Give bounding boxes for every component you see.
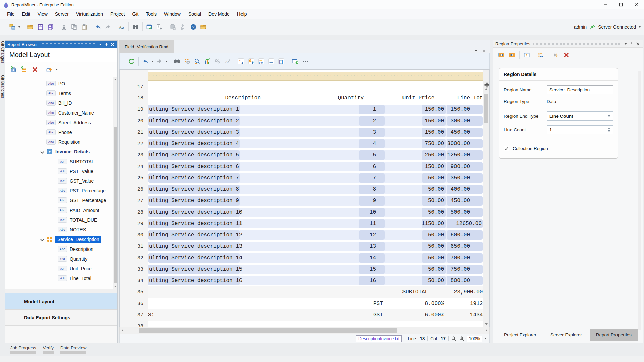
unit-price-region-cell[interactable]: 50.00 xyxy=(422,276,446,285)
source-file-link[interactable]: DescriptionInvoice.txt xyxy=(356,335,402,342)
zoom-out-icon[interactable] xyxy=(451,336,457,341)
description-region-cell[interactable]: ulting Service description 10 xyxy=(148,208,240,217)
region-end-type-select[interactable]: Line Count xyxy=(547,111,613,121)
pattern-search-button[interactable] xyxy=(192,56,202,66)
description-region-cell[interactable]: ulting Service description 1 xyxy=(148,105,240,114)
stepper-up-icon[interactable] xyxy=(608,128,610,129)
document-line-36[interactable]: PST8.000%1912.00 xyxy=(148,298,483,309)
vertical-scroll-thumb[interactable] xyxy=(484,94,488,123)
menu-view[interactable]: View xyxy=(34,10,51,18)
tree-item-unit_price[interactable]: #.#Unit_Price xyxy=(5,264,117,273)
document-line-32[interactable]: ulting Service description 141450.00700.… xyxy=(148,252,483,264)
panel-drag-dots[interactable] xyxy=(533,43,620,45)
scroll-down-icon[interactable] xyxy=(485,323,488,325)
auto-create-fields-button[interactable] xyxy=(182,56,192,66)
collection-region-checkbox[interactable] xyxy=(504,146,509,151)
menu-tools[interactable]: Tools xyxy=(142,10,160,18)
quantity-region-cell[interactable]: 12 xyxy=(359,230,385,240)
panel-menu-icon[interactable] xyxy=(97,41,103,47)
bottom-tab-job-progress[interactable]: Job Progress xyxy=(10,345,36,356)
bottom-tab-data-preview[interactable]: Data Preview xyxy=(60,345,86,356)
unit-price-region-cell[interactable]: 1150.00 xyxy=(422,219,446,228)
close-document-icon[interactable] xyxy=(482,49,486,53)
description-region-cell[interactable]: ulting Service description 7 xyxy=(148,173,240,183)
menu-file[interactable]: File xyxy=(3,10,18,18)
unit-price-region-cell[interactable]: 50.00 xyxy=(422,185,446,194)
toolbar-overflow-icon[interactable] xyxy=(639,26,641,28)
description-region-cell[interactable]: ulting Service description 9 xyxy=(148,196,240,206)
save-all-button[interactable] xyxy=(45,22,55,32)
line-total-region-cell[interactable]: 700.00 xyxy=(447,253,483,263)
document-line-21[interactable]: ulting Service description 33150.00450.0… xyxy=(148,127,483,138)
chevron-down-icon[interactable] xyxy=(39,149,44,154)
line-total-region-cell[interactable]: 3000.00 xyxy=(447,139,483,148)
split-view-handle[interactable] xyxy=(484,82,489,86)
document-line-29[interactable]: ulting Service description 11111150.0012… xyxy=(148,218,483,229)
line-total-region-cell[interactable]: 800.00 xyxy=(447,276,483,285)
document-line-25[interactable]: ulting Service description 7750.00350.00 xyxy=(148,172,483,184)
add-data-region-button[interactable] xyxy=(8,64,19,75)
line-total-region-cell[interactable]: 1250.00 xyxy=(447,150,483,160)
description-region-cell[interactable]: ulting Service description 4 xyxy=(148,139,240,148)
font-case-button[interactable]: Aa xyxy=(117,22,127,32)
line-total-region-cell[interactable]: 150.00 xyxy=(447,105,483,114)
unit-price-region-cell[interactable]: 150.00 xyxy=(422,128,446,137)
unit-price-region-cell[interactable]: 50.00 xyxy=(422,242,446,251)
line-total-region-cell[interactable]: 500.00 xyxy=(447,208,483,217)
document-line-35[interactable]: SUBTOTAL23,900.00 xyxy=(148,286,483,298)
unit-price-region-cell[interactable]: 50.00 xyxy=(422,253,446,263)
new-item-button[interactable] xyxy=(7,22,17,32)
scroll-up-icon[interactable] xyxy=(114,79,117,80)
analyze-chart-button[interactable] xyxy=(202,56,212,66)
database-button[interactable] xyxy=(168,22,178,32)
quantity-region-cell[interactable]: 3 xyxy=(359,128,385,137)
bottom-tab-verify[interactable]: Verify xyxy=(43,345,54,356)
quantity-region-cell[interactable]: 16 xyxy=(359,276,385,285)
description-region-cell[interactable]: ulting Service description 11 xyxy=(148,219,240,228)
window-check-button[interactable] xyxy=(144,22,154,32)
menu-git[interactable]: Git xyxy=(129,10,142,18)
close-panel-icon[interactable] xyxy=(109,41,115,47)
quantity-region-cell[interactable]: 5 xyxy=(359,150,385,160)
pin-icon[interactable] xyxy=(629,41,635,47)
document-line-24[interactable]: ulting Service description 66150.00900.0… xyxy=(148,161,483,172)
unit-price-region-cell[interactable]: 750.00 xyxy=(422,139,446,148)
description-region-cell[interactable]: ulting Service description 3 xyxy=(148,128,240,137)
line-total-region-cell[interactable]: 450.00 xyxy=(447,128,483,137)
minimize-button[interactable] xyxy=(598,0,613,9)
scroll-right-icon[interactable] xyxy=(486,329,487,332)
panel-scrollbar[interactable] xyxy=(638,71,641,330)
scroll-left-icon[interactable] xyxy=(122,329,123,332)
zoom-dropdown-icon[interactable] xyxy=(485,338,487,339)
line-total-region-cell[interactable]: 450.00 xyxy=(447,196,483,206)
tree-item-terms[interactable]: AbcTerms xyxy=(5,88,117,98)
unit-price-region-cell[interactable]: 50.00 xyxy=(422,230,446,240)
nav-button-data-export-settings[interactable]: Data Export Settings xyxy=(5,309,117,325)
caret-down-icon[interactable] xyxy=(56,69,58,70)
save-button[interactable] xyxy=(35,22,45,32)
caret-down-icon[interactable] xyxy=(151,61,153,62)
region-name-input[interactable]: Service_Description xyxy=(547,85,613,94)
tree-item-pst_percentage[interactable]: AbcPST_Percentage xyxy=(5,186,117,195)
open-folder-button[interactable] xyxy=(25,22,35,32)
open-report-button[interactable] xyxy=(198,22,208,32)
tab-field-verification[interactable]: Field_Verification.Rmd xyxy=(119,40,174,53)
maximize-button[interactable] xyxy=(613,0,629,9)
quantity-region-cell[interactable]: 8 xyxy=(359,185,385,194)
document-line-17[interactable] xyxy=(148,81,483,92)
panel-drag-dots[interactable] xyxy=(40,43,95,46)
document-content[interactable]: DescriptionQuantityUnit PriceLine Totaul… xyxy=(148,81,483,327)
unit-price-region-cell[interactable]: 250.00 xyxy=(422,150,446,160)
description-region-cell[interactable]: ulting Service description 13 xyxy=(148,242,240,251)
panel-menu-icon[interactable] xyxy=(623,41,629,47)
quantity-region-cell[interactable]: 14 xyxy=(359,253,385,263)
document-line-30[interactable]: ulting Service description 121250.00600.… xyxy=(148,229,483,241)
zoom-level[interactable]: 100% xyxy=(467,336,482,342)
tree-item-phone[interactable]: AbcPhone xyxy=(5,127,117,137)
tree-item-line_total[interactable]: #.#Line_Total xyxy=(5,273,117,283)
tree-item-pst_value[interactable]: #.#PST_Value xyxy=(5,166,117,176)
find-binoculars-button[interactable] xyxy=(172,56,182,66)
document-line-38[interactable] xyxy=(148,321,483,327)
goto-lightning-button[interactable] xyxy=(550,50,561,60)
line-count-stepper[interactable]: 1 xyxy=(547,125,613,134)
